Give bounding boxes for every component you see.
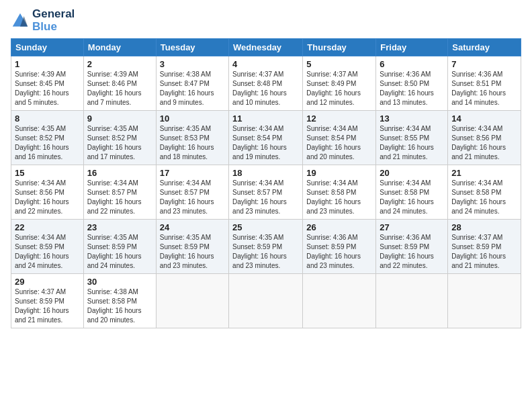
day-number: 11 (232, 113, 299, 124)
calendar-cell: 16Sunrise: 4:34 AMSunset: 8:57 PMDayligh… (83, 165, 156, 220)
calendar-cell (303, 274, 376, 328)
day-number: 26 (306, 222, 372, 232)
page: General Blue Sunday Monday Tuesday Wedne… (0, 0, 532, 411)
calendar-cell: 26Sunrise: 4:36 AMSunset: 8:59 PMDayligh… (303, 220, 376, 274)
day-info: Sunrise: 4:39 AMSunset: 8:45 PMDaylight:… (15, 70, 80, 107)
day-number: 29 (15, 277, 80, 287)
day-number: 24 (160, 222, 225, 232)
calendar-cell (376, 274, 448, 328)
calendar-week-row: 22Sunrise: 4:34 AMSunset: 8:59 PMDayligh… (11, 220, 521, 274)
day-number: 9 (87, 113, 152, 124)
day-info: Sunrise: 4:34 AMSunset: 8:58 PMDaylight:… (306, 179, 372, 216)
col-tuesday: Tuesday (156, 39, 228, 56)
day-number: 25 (232, 222, 299, 232)
calendar-cell: 5Sunrise: 4:37 AMSunset: 8:49 PMDaylight… (303, 56, 376, 111)
day-info: Sunrise: 4:36 AMSunset: 8:50 PMDaylight:… (380, 70, 444, 107)
calendar-cell (229, 274, 303, 328)
day-number: 6 (380, 59, 444, 69)
day-number: 16 (87, 168, 152, 178)
calendar-cell: 29Sunrise: 4:37 AMSunset: 8:59 PMDayligh… (11, 274, 84, 328)
logo-icon (11, 11, 30, 30)
day-info: Sunrise: 4:37 AMSunset: 8:48 PMDaylight:… (232, 70, 299, 107)
calendar-cell: 22Sunrise: 4:34 AMSunset: 8:59 PMDayligh… (11, 220, 84, 274)
day-info: Sunrise: 4:34 AMSunset: 8:57 PMDaylight:… (160, 179, 225, 216)
day-number: 14 (451, 113, 517, 124)
day-info: Sunrise: 4:34 AMSunset: 8:55 PMDaylight:… (380, 124, 444, 162)
day-info: Sunrise: 4:36 AMSunset: 8:51 PMDaylight:… (451, 70, 517, 107)
day-info: Sunrise: 4:38 AMSunset: 8:47 PMDaylight:… (160, 70, 225, 107)
calendar-cell: 15Sunrise: 4:34 AMSunset: 8:56 PMDayligh… (11, 165, 84, 220)
col-wednesday: Wednesday (229, 39, 303, 56)
logo-text: General Blue (32, 8, 75, 33)
calendar-cell: 12Sunrise: 4:34 AMSunset: 8:54 PMDayligh… (303, 111, 376, 165)
day-number: 2 (87, 59, 152, 69)
day-number: 7 (451, 59, 517, 69)
calendar-cell: 28Sunrise: 4:37 AMSunset: 8:59 PMDayligh… (448, 220, 521, 274)
day-number: 23 (87, 222, 152, 232)
day-info: Sunrise: 4:35 AMSunset: 8:52 PMDaylight:… (15, 124, 80, 162)
calendar-cell: 20Sunrise: 4:34 AMSunset: 8:58 PMDayligh… (376, 165, 448, 220)
day-number: 21 (451, 168, 517, 178)
day-number: 10 (160, 113, 225, 124)
calendar-cell: 7Sunrise: 4:36 AMSunset: 8:51 PMDaylight… (448, 56, 521, 111)
day-number: 8 (15, 113, 80, 124)
day-number: 13 (380, 113, 444, 124)
day-info: Sunrise: 4:35 AMSunset: 8:53 PMDaylight:… (160, 124, 225, 162)
day-info: Sunrise: 4:37 AMSunset: 8:59 PMDaylight:… (15, 287, 80, 325)
day-info: Sunrise: 4:35 AMSunset: 8:59 PMDaylight:… (232, 233, 299, 271)
calendar-week-row: 15Sunrise: 4:34 AMSunset: 8:56 PMDayligh… (11, 165, 521, 220)
calendar-cell: 17Sunrise: 4:34 AMSunset: 8:57 PMDayligh… (156, 165, 228, 220)
col-saturday: Saturday (448, 39, 521, 56)
calendar-cell: 2Sunrise: 4:39 AMSunset: 8:46 PMDaylight… (83, 56, 156, 111)
day-number: 4 (232, 59, 299, 69)
day-number: 19 (306, 168, 372, 178)
calendar-cell (156, 274, 228, 328)
col-friday: Friday (376, 39, 448, 56)
day-number: 22 (15, 222, 80, 232)
logo: General Blue (11, 8, 75, 33)
day-info: Sunrise: 4:37 AMSunset: 8:49 PMDaylight:… (306, 70, 372, 107)
calendar-cell: 14Sunrise: 4:34 AMSunset: 8:56 PMDayligh… (448, 111, 521, 165)
day-info: Sunrise: 4:38 AMSunset: 8:58 PMDaylight:… (87, 287, 152, 325)
day-number: 17 (160, 168, 225, 178)
calendar-cell: 19Sunrise: 4:34 AMSunset: 8:58 PMDayligh… (303, 165, 376, 220)
day-info: Sunrise: 4:35 AMSunset: 8:52 PMDaylight:… (87, 124, 152, 162)
calendar-cell: 1Sunrise: 4:39 AMSunset: 8:45 PMDaylight… (11, 56, 84, 111)
day-info: Sunrise: 4:39 AMSunset: 8:46 PMDaylight:… (87, 70, 152, 107)
calendar-cell: 13Sunrise: 4:34 AMSunset: 8:55 PMDayligh… (376, 111, 448, 165)
day-info: Sunrise: 4:35 AMSunset: 8:59 PMDaylight:… (160, 233, 225, 271)
day-info: Sunrise: 4:34 AMSunset: 8:56 PMDaylight:… (451, 124, 517, 162)
day-info: Sunrise: 4:34 AMSunset: 8:59 PMDaylight:… (15, 233, 80, 271)
day-number: 12 (306, 113, 372, 124)
day-number: 15 (15, 168, 80, 178)
calendar-cell: 21Sunrise: 4:34 AMSunset: 8:58 PMDayligh… (448, 165, 521, 220)
day-info: Sunrise: 4:37 AMSunset: 8:59 PMDaylight:… (451, 233, 517, 271)
day-info: Sunrise: 4:34 AMSunset: 8:54 PMDaylight:… (306, 124, 372, 162)
day-number: 18 (232, 168, 299, 178)
day-info: Sunrise: 4:34 AMSunset: 8:54 PMDaylight:… (232, 124, 299, 162)
calendar-table: Sunday Monday Tuesday Wednesday Thursday… (11, 38, 521, 328)
calendar-header-row: Sunday Monday Tuesday Wednesday Thursday… (11, 39, 521, 56)
col-thursday: Thursday (303, 39, 376, 56)
day-number: 1 (15, 59, 80, 69)
calendar-week-row: 1Sunrise: 4:39 AMSunset: 8:45 PMDaylight… (11, 56, 521, 111)
day-number: 20 (380, 168, 444, 178)
day-number: 28 (451, 222, 517, 232)
calendar-cell: 27Sunrise: 4:36 AMSunset: 8:59 PMDayligh… (376, 220, 448, 274)
col-monday: Monday (83, 39, 156, 56)
col-sunday: Sunday (11, 39, 84, 56)
day-info: Sunrise: 4:36 AMSunset: 8:59 PMDaylight:… (380, 233, 444, 271)
day-number: 3 (160, 59, 225, 69)
calendar-cell (448, 274, 521, 328)
day-info: Sunrise: 4:34 AMSunset: 8:57 PMDaylight:… (87, 179, 152, 216)
day-number: 5 (306, 59, 372, 69)
header: General Blue (11, 8, 521, 33)
calendar-cell: 6Sunrise: 4:36 AMSunset: 8:50 PMDaylight… (376, 56, 448, 111)
calendar-cell: 9Sunrise: 4:35 AMSunset: 8:52 PMDaylight… (83, 111, 156, 165)
day-number: 30 (87, 277, 152, 287)
calendar-cell: 8Sunrise: 4:35 AMSunset: 8:52 PMDaylight… (11, 111, 84, 165)
calendar-cell: 23Sunrise: 4:35 AMSunset: 8:59 PMDayligh… (83, 220, 156, 274)
calendar-cell: 3Sunrise: 4:38 AMSunset: 8:47 PMDaylight… (156, 56, 228, 111)
calendar-week-row: 29Sunrise: 4:37 AMSunset: 8:59 PMDayligh… (11, 274, 521, 328)
calendar-cell: 24Sunrise: 4:35 AMSunset: 8:59 PMDayligh… (156, 220, 228, 274)
